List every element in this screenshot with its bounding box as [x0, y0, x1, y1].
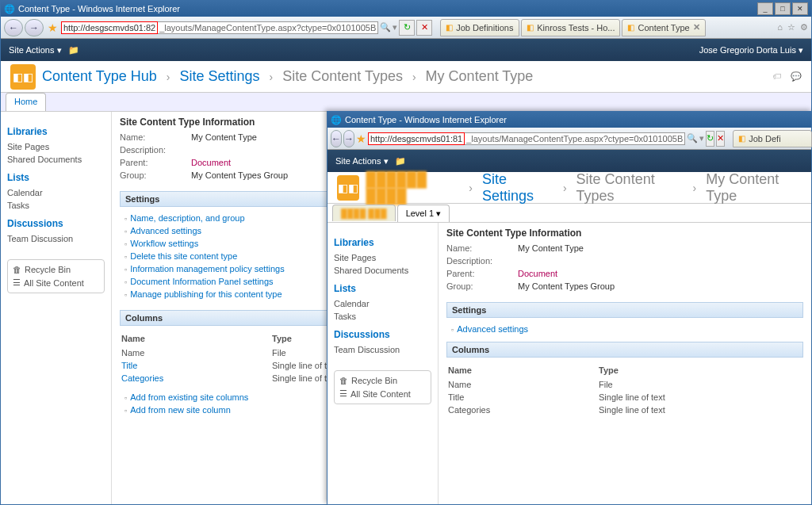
link-advanced[interactable]: Advanced settings [457, 324, 528, 334]
navigate-up-icon[interactable]: 📁 [395, 156, 406, 166]
forward-button[interactable]: → [25, 19, 44, 36]
crumb-settings[interactable]: Site Settings [179, 68, 259, 85]
user-menu[interactable]: Jose Gregorio Dorta Luis ▾ [699, 45, 803, 55]
parent-label: Parent: [120, 158, 175, 167]
tab-kinross-tests[interactable]: ◧Kinross Tests - Ho... [521, 19, 620, 36]
col-head-name[interactable]: Name [121, 334, 272, 343]
col-head-type[interactable]: Type [272, 334, 292, 343]
nav-head-discussions[interactable]: Discussions [7, 218, 105, 229]
group-label: Group: [446, 281, 502, 291]
recycle-bin-link[interactable]: 🗑Recycle Bin [339, 376, 426, 385]
title-bar[interactable]: 🌐 Content Type - Windows Internet Explor… [1, 1, 811, 17]
site-actions-menu[interactable]: Site Actions ▾ [9, 45, 62, 55]
crumb-blurred[interactable]: ██████ ████ [366, 171, 459, 205]
window-secondary: 🌐 Content Type - Windows Internet Explor… [327, 111, 812, 505]
navigate-up-icon[interactable]: 📁 [68, 45, 79, 55]
forward-button[interactable]: → [343, 130, 354, 147]
name-label: Name: [120, 132, 175, 142]
col-type: Single line of text [599, 392, 665, 402]
stop-button[interactable]: ✕ [716, 131, 725, 147]
link-dip[interactable]: Document Information Panel settings [130, 277, 273, 286]
tab-blurred[interactable]: ████ ███ [332, 205, 396, 221]
url-box[interactable]: http://desgscmvds01:82 _layouts/ManageCo… [61, 20, 378, 36]
title-bar[interactable]: 🌐 Content Type - Windows Internet Explor… [327, 112, 811, 128]
nav-team-discussion[interactable]: Team Discussion [334, 343, 431, 356]
url-box[interactable]: http://desgscmvds01:81 _layouts/ManageCo… [368, 131, 685, 147]
window-title: Content Type - Windows Internet Explorer [18, 4, 757, 13]
link-advanced[interactable]: Advanced settings [130, 226, 201, 235]
add-new-col[interactable]: Add from new site column [130, 405, 231, 415]
nav-shared-docs[interactable]: Shared Documents [334, 264, 431, 277]
favorites-star-icon[interactable]: ☆ [787, 22, 795, 33]
nav-head-discussions[interactable]: Discussions [334, 329, 431, 340]
nav-calendar[interactable]: Calendar [334, 297, 431, 310]
all-site-content-link[interactable]: ☰All Site Content [13, 277, 99, 288]
tab-job-defi[interactable]: ◧Job Defi [733, 130, 812, 147]
col-head-name[interactable]: Name [448, 365, 599, 375]
col-name[interactable]: Title [121, 361, 272, 370]
nav-calendar[interactable]: Calendar [7, 186, 105, 199]
nav-head-libraries[interactable]: Libraries [334, 237, 431, 248]
all-site-content-link[interactable]: ☰All Site Content [339, 388, 426, 399]
tag-icon[interactable]: 🏷 [772, 71, 781, 82]
maximize-button[interactable]: □ [775, 2, 791, 15]
tools-icon[interactable]: ⚙ [800, 22, 808, 33]
nav-team-discussion[interactable]: Team Discussion [7, 232, 105, 245]
refresh-button[interactable]: ↻ [399, 20, 415, 36]
nav-site-pages[interactable]: Site Pages [334, 251, 431, 264]
home-icon[interactable]: ⌂ [777, 22, 783, 33]
link-imp[interactable]: Information management policy settings [130, 264, 284, 274]
crumb-settings[interactable]: Site Settings [482, 171, 553, 205]
site-icon[interactable]: ◧◧ [337, 175, 359, 201]
link-delete[interactable]: Delete this site content type [130, 251, 237, 261]
back-button[interactable]: ← [331, 130, 342, 147]
minimize-button[interactable]: _ [757, 2, 773, 15]
site-actions-menu[interactable]: Site Actions ▾ [335, 156, 389, 166]
link-workflow[interactable]: Workflow settings [130, 239, 198, 248]
nav-head-libraries[interactable]: Libraries [7, 126, 105, 137]
refresh-button[interactable]: ↻ [706, 131, 714, 147]
close-button[interactable]: ✕ [792, 2, 808, 15]
back-button[interactable]: ← [4, 19, 23, 36]
url-highlighted: http://desgscmvds01:81 [368, 132, 465, 145]
col-name: Categories [448, 405, 599, 415]
search-magnifier-icon[interactable]: 🔍 [380, 22, 391, 33]
ie-icon: 🌐 [331, 114, 342, 125]
page-tabs: ████ ███ Level 1 ▾ [327, 204, 811, 223]
search-magnifier-icon[interactable]: 🔍 [687, 133, 698, 143]
nav-tasks[interactable]: Tasks [334, 310, 431, 323]
nav-shared-docs[interactable]: Shared Documents [7, 153, 105, 166]
url-tail: _layouts/ManageContentType.aspx?ctype=0x… [465, 132, 685, 145]
dropdown-icon[interactable]: ▾ [699, 133, 704, 143]
stop-button[interactable]: ✕ [416, 20, 432, 36]
main-content: Site Content Type Information Name:My Co… [439, 223, 811, 504]
site-icon[interactable]: ◧◧ [10, 64, 36, 90]
col-name[interactable]: Categories [121, 373, 272, 383]
add-existing-cols[interactable]: Add from existing site columns [130, 392, 248, 402]
link-publishing[interactable]: Manage publishing for this content type [130, 289, 282, 299]
col-head-type[interactable]: Type [599, 365, 619, 375]
tab-label: Content Type [638, 23, 689, 33]
tab-close-icon[interactable]: ✕ [693, 22, 700, 33]
link-name-desc[interactable]: Name, description, and group [130, 213, 244, 223]
home-tab[interactable]: Home [6, 93, 46, 111]
crumb-sct[interactable]: Site Content Types [576, 171, 684, 205]
recycle-bin-link[interactable]: 🗑Recycle Bin [13, 265, 99, 274]
tab-job-definitions[interactable]: ◧Job Definitions [440, 19, 519, 36]
nav-head-lists[interactable]: Lists [7, 172, 105, 183]
favorites-icon[interactable]: ★ [356, 132, 366, 146]
nav-tasks[interactable]: Tasks [7, 199, 105, 212]
quick-launch: Libraries Site Pages Shared Documents Li… [327, 223, 439, 504]
dropdown-icon[interactable]: ▾ [393, 22, 397, 33]
nav-head-lists[interactable]: Lists [334, 283, 431, 294]
nav-site-pages[interactable]: Site Pages [7, 140, 105, 153]
favorites-icon[interactable]: ★ [45, 21, 59, 35]
tab-level1[interactable]: Level 1 ▾ [397, 205, 450, 222]
parent-value[interactable]: Document [518, 269, 803, 278]
col-name[interactable]: Name [121, 348, 272, 358]
notes-icon[interactable]: 💬 [791, 71, 802, 82]
tab-content-type[interactable]: ◧Content Type✕ [622, 19, 705, 36]
address-bar: ← → ★ http://desgscmvds01:81 _layouts/Ma… [327, 128, 811, 150]
crumb-hub[interactable]: Content Type Hub [42, 68, 157, 85]
crumb-sct[interactable]: Site Content Types [282, 68, 403, 85]
